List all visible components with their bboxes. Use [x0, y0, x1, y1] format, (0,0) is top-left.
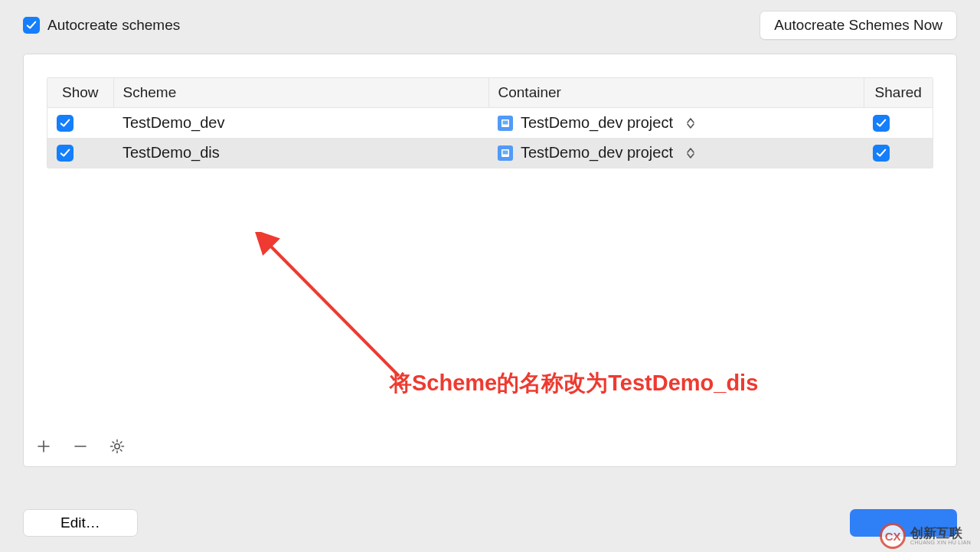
edit-button[interactable]: Edit… — [23, 509, 138, 537]
show-checkbox[interactable] — [57, 145, 74, 162]
svg-rect-3 — [503, 150, 508, 154]
minus-icon — [73, 439, 88, 454]
header-show[interactable]: Show — [47, 78, 113, 108]
container-name: TestDemo_dev project — [521, 114, 673, 132]
schemes-table: Show Scheme Container Shared TestDemo_de… — [47, 77, 933, 168]
container-cell[interactable]: TestDemo_dev project — [498, 144, 854, 162]
scheme-cell[interactable]: TestDemo_dev — [113, 108, 488, 139]
chevron-up-down-icon — [685, 116, 696, 130]
svg-rect-1 — [503, 120, 508, 124]
svg-line-10 — [113, 442, 114, 443]
remove-button[interactable] — [71, 437, 90, 456]
add-button[interactable] — [34, 437, 53, 456]
svg-line-13 — [120, 442, 122, 443]
header-scheme[interactable]: Scheme — [113, 78, 488, 108]
check-icon — [26, 20, 37, 31]
check-icon — [60, 148, 70, 158]
autocreate-label: Autocreate schemes — [47, 17, 180, 34]
autocreate-checkbox[interactable] — [23, 17, 40, 34]
project-icon — [498, 145, 513, 161]
svg-line-11 — [120, 449, 122, 451]
watermark-logo-icon: CX — [880, 523, 906, 549]
header-shared[interactable]: Shared — [864, 78, 933, 108]
check-icon — [876, 148, 887, 158]
scheme-cell[interactable]: TestDemo_dis — [113, 138, 488, 168]
watermark-en: CHUANG XIN HU LIAN — [910, 540, 971, 545]
schemes-panel: Show Scheme Container Shared TestDemo_de… — [23, 54, 957, 467]
watermark-cn: 创新互联 — [910, 527, 971, 540]
annotation-text: 将Scheme的名称改为TestDemo_dis — [390, 368, 758, 399]
container-cell[interactable]: TestDemo_dev project — [498, 114, 854, 132]
chevron-up-down-icon — [685, 146, 696, 160]
annotation-arrow — [253, 232, 422, 385]
plus-icon — [36, 439, 51, 454]
shared-checkbox[interactable] — [873, 145, 890, 162]
svg-line-12 — [113, 449, 114, 451]
gear-icon — [109, 439, 125, 454]
table-row[interactable]: TestDemo_devTestDemo_dev project — [47, 108, 933, 139]
container-name: TestDemo_dev project — [521, 144, 673, 162]
autocreate-now-button[interactable]: Autocreate Schemes Now — [760, 11, 957, 40]
watermark: CX 创新互联 CHUANG XIN HU LIAN — [880, 523, 971, 549]
svg-line-4 — [267, 243, 399, 376]
svg-point-5 — [115, 444, 119, 449]
project-icon — [498, 116, 513, 131]
check-icon — [876, 118, 887, 129]
table-row[interactable]: TestDemo_disTestDemo_dev project — [47, 138, 933, 168]
check-icon — [60, 118, 70, 129]
settings-button[interactable] — [108, 437, 126, 456]
shared-checkbox[interactable] — [873, 115, 890, 132]
show-checkbox[interactable] — [57, 115, 74, 132]
header-container[interactable]: Container — [488, 78, 864, 108]
